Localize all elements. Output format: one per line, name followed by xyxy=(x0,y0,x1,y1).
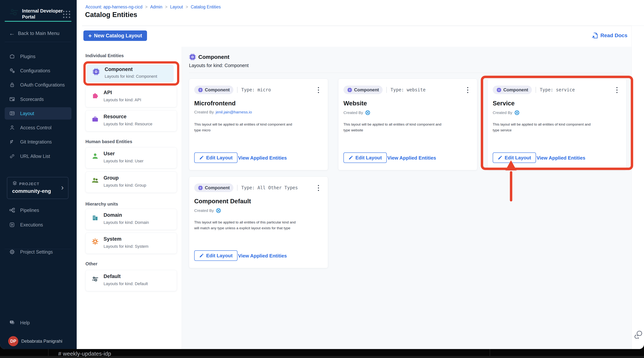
kebab-menu[interactable] xyxy=(315,85,322,95)
person-icon xyxy=(9,124,15,131)
card-title: Microfrontend xyxy=(194,100,236,107)
chevron-right-icon: › xyxy=(61,184,64,191)
read-docs-label: Read Docs xyxy=(600,33,628,39)
idp-logo-icon xyxy=(8,7,20,18)
created-by-row: Created By xyxy=(493,110,520,115)
pencil-icon xyxy=(348,155,353,160)
kebab-menu[interactable] xyxy=(464,85,472,95)
sidebar-item-configurations[interactable]: Configurations xyxy=(5,64,72,77)
card-description: This layout will be applied to all entit… xyxy=(344,121,472,133)
sidebar-item-label: Configurations xyxy=(20,68,50,73)
component-icon xyxy=(198,185,203,191)
layout-card-service: Component Type: service Service Created … xyxy=(488,79,626,170)
entity-item-component[interactable]: Component Layouts for kind: Component xyxy=(87,65,174,82)
breadcrumb-layout[interactable]: Layout xyxy=(170,5,183,10)
background-window-strip: # weekly-updates-idp xyxy=(0,349,644,358)
kebab-menu[interactable] xyxy=(613,85,621,95)
gear-icon xyxy=(9,249,15,255)
edit-layout-button[interactable]: Edit Layout xyxy=(194,250,238,261)
section-label-hierarchy-units: Hierarchy units xyxy=(86,202,118,207)
new-catalog-layout-button[interactable]: + New Catalog Layout xyxy=(84,31,147,41)
sidebar-item-executions[interactable]: Executions xyxy=(5,219,72,231)
card-badge-row: Component Type: service xyxy=(493,86,575,94)
entity-item-domain[interactable]: Domain Layouts for kind: Domain xyxy=(86,209,177,230)
layout-icon xyxy=(9,110,15,117)
breadcrumb-separator: > xyxy=(145,5,148,10)
entity-item-title: System xyxy=(104,236,122,242)
breadcrumb-catalog-entities[interactable]: Catalog Entities xyxy=(191,5,221,10)
kind-badge-label: Component xyxy=(205,185,230,191)
sidebar-item-url-allow-list[interactable]: URL Allow List xyxy=(5,150,72,162)
project-stack-icon xyxy=(12,181,17,186)
entity-item-user[interactable]: User Layouts for kind: User xyxy=(86,147,177,168)
entity-item-desc: Layouts for kind: User xyxy=(104,159,144,163)
sidebar-item-oauth-configurations[interactable]: OAuth Configurations xyxy=(5,79,72,91)
back-arrow-icon: ← xyxy=(9,30,15,36)
view-applied-entities-link[interactable]: View Applied Entities xyxy=(536,155,586,161)
view-applied-entities-link[interactable]: View Applied Entities xyxy=(387,155,436,161)
sidebar-item-access-control[interactable]: Access Control xyxy=(5,121,72,134)
type-label: Type: service xyxy=(536,87,575,93)
kind-badge: Component xyxy=(493,86,532,94)
product-title: Internal Developer Portal xyxy=(22,8,63,20)
entity-item-title: Resource xyxy=(104,114,126,120)
sidebar-item-layout[interactable]: Layout xyxy=(5,107,72,120)
created-by-label: Created By xyxy=(344,110,363,115)
project-label: PROJECT xyxy=(19,182,39,186)
entity-item-desc: Layouts for kind: Default xyxy=(104,281,148,286)
sidebar-item-label: Access Control xyxy=(20,125,52,130)
component-icon xyxy=(198,87,203,92)
domain-icon xyxy=(91,214,99,222)
project-selector[interactable]: PROJECT community-eng › xyxy=(7,177,68,199)
entity-item-system[interactable]: System Layouts for kind: System xyxy=(86,233,177,254)
sidebar-item-project-settings[interactable]: Project Settings xyxy=(5,246,72,258)
breadcrumb-separator: > xyxy=(186,5,188,10)
chat-bubbles-icon[interactable] xyxy=(634,330,644,340)
sidebar-item-label: Layout xyxy=(20,111,34,116)
api-icon xyxy=(91,91,99,99)
sidebar-item-git-integrations[interactable]: Git Integrations xyxy=(5,136,72,148)
sidebar-item-plugins[interactable]: Plugins xyxy=(5,50,72,63)
sidebar-item-label: Executions xyxy=(20,222,43,228)
breadcrumb-account[interactable]: Account: app-harness-ng-cicd xyxy=(86,5,142,10)
edit-layout-button[interactable]: Edit Layout xyxy=(344,152,387,163)
entity-item-group[interactable]: Group Layouts for kind: Group xyxy=(86,171,177,193)
entity-item-desc: Layouts for kind: Group xyxy=(104,183,146,188)
view-applied-entities-link[interactable]: View Applied Entities xyxy=(238,253,287,259)
edit-layout-label: Edit Layout xyxy=(356,155,382,161)
kind-subtitle: Layouts for kind: Component xyxy=(189,63,249,68)
sidebar-item-label: Scorecards xyxy=(20,97,44,102)
apps-grid-icon[interactable] xyxy=(63,11,70,18)
entity-item-resource[interactable]: Resource Layouts for kind: Resource xyxy=(86,110,177,131)
annotation-arrow-head xyxy=(506,160,516,170)
gears-icon xyxy=(9,67,15,74)
avatar[interactable]: DP xyxy=(8,336,18,346)
breadcrumb-admin[interactable]: Admin xyxy=(150,5,162,10)
sidebar-item-help[interactable]: Help xyxy=(5,316,72,329)
entity-item-desc: Layouts for kind: API xyxy=(104,98,141,102)
sidebar-item-pipelines[interactable]: Pipelines xyxy=(5,204,72,216)
default-icon xyxy=(91,275,99,283)
docs-icon xyxy=(592,32,598,39)
kind-badge: Component xyxy=(194,86,234,94)
user-name: Debabrata Panigrahi xyxy=(21,338,62,344)
harness-creator-icon xyxy=(514,110,520,115)
creator-link[interactable]: jenil.jain@harness.io xyxy=(216,110,252,114)
pencil-icon xyxy=(199,155,204,160)
view-applied-entities-link[interactable]: View Applied Entities xyxy=(238,155,287,161)
created-by-row: Created By jenil.jain@harness.io xyxy=(194,110,252,114)
component-icon xyxy=(189,53,196,61)
help-icon xyxy=(9,319,15,326)
entity-item-default[interactable]: Default Layouts for kind: Default xyxy=(86,270,177,291)
edit-layout-label: Edit Layout xyxy=(206,253,233,259)
edit-layout-button[interactable]: Edit Layout xyxy=(194,152,238,163)
entity-item-title: User xyxy=(104,151,115,156)
component-icon xyxy=(347,87,352,92)
back-to-main-menu[interactable]: ← Back to Main Menu xyxy=(9,30,60,37)
sidebar-item-scorecards[interactable]: Scorecards xyxy=(5,93,72,105)
entity-item-api[interactable]: API Layouts for kind: API xyxy=(86,86,177,107)
breadcrumb-separator: > xyxy=(165,5,167,10)
read-docs-link[interactable]: Read Docs xyxy=(592,31,628,40)
kebab-menu[interactable] xyxy=(315,183,322,193)
project-name: community-eng xyxy=(12,188,51,194)
